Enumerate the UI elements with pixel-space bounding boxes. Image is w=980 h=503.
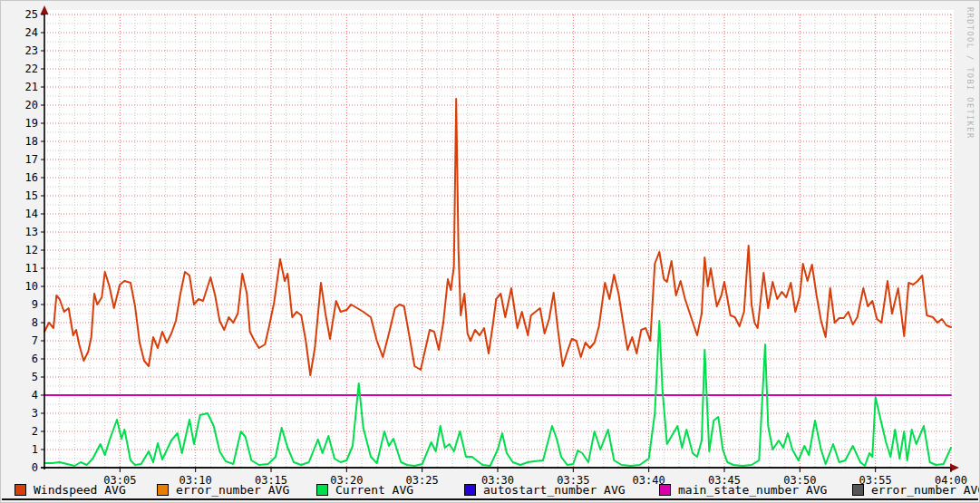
y-tick-label: 3 bbox=[32, 407, 38, 420]
legend-item-error-number-avg: error_number AVG bbox=[852, 482, 980, 497]
legend-swatch bbox=[464, 484, 476, 496]
legend-swatch bbox=[316, 484, 328, 496]
legend-item-windspeed-avg: Windspeed AVG bbox=[15, 482, 126, 497]
y-tick-label: 15 bbox=[25, 189, 38, 202]
y-tick-label: 13 bbox=[25, 226, 38, 238]
legend-item-main-state-number-avg: main_state_number AVG bbox=[659, 482, 827, 497]
y-tick-label: 7 bbox=[32, 334, 38, 347]
legend-item-current-avg: Current AVG bbox=[316, 482, 413, 497]
chart-canvas: 0123456789101112131415161718192021222324… bbox=[1, 1, 980, 503]
y-tick-label: 25 bbox=[25, 8, 38, 21]
y-tick-label: 19 bbox=[25, 117, 38, 130]
watermark-text: RRDTOOL / TOBI OETIKER bbox=[965, 7, 975, 140]
legend-item-error-number-avg: error_number AVG bbox=[157, 482, 289, 497]
legend-label: error_number AVG bbox=[176, 483, 289, 497]
y-tick-label: 10 bbox=[25, 280, 38, 293]
legend-swatch bbox=[852, 484, 864, 496]
y-tick-label: 11 bbox=[25, 262, 38, 275]
plot-area bbox=[44, 10, 954, 468]
y-tick-label: 14 bbox=[25, 208, 38, 220]
y-tick-label: 20 bbox=[25, 99, 38, 111]
y-tick-label: 12 bbox=[25, 244, 38, 256]
y-tick-label: 22 bbox=[25, 63, 38, 75]
y-tick-label: 4 bbox=[32, 389, 38, 401]
y-tick-label: 23 bbox=[25, 44, 38, 57]
y-tick-label: 16 bbox=[25, 171, 38, 184]
legend-swatch bbox=[659, 484, 671, 496]
y-tick-label: 21 bbox=[25, 81, 38, 93]
y-tick-label: 18 bbox=[25, 135, 38, 148]
rrd-graph: 0123456789101112131415161718192021222324… bbox=[0, 0, 980, 503]
legend-item-autostart-number-avg: autostart_number AVG bbox=[464, 482, 626, 497]
legend-swatch bbox=[15, 484, 26, 496]
bottom-border-bar bbox=[2, 498, 978, 500]
chart-legend: Windspeed AVGerror_number AVGCurrent AVG… bbox=[1, 482, 980, 498]
y-tick-label: 9 bbox=[32, 298, 38, 311]
y-tick-label: 17 bbox=[25, 153, 38, 166]
legend-label: error_number AVG bbox=[871, 483, 980, 497]
y-tick-label: 0 bbox=[32, 461, 38, 474]
y-tick-label: 8 bbox=[32, 316, 38, 329]
legend-label: Windspeed AVG bbox=[34, 483, 126, 497]
y-tick-label: 24 bbox=[25, 26, 38, 39]
y-tick-label: 6 bbox=[32, 353, 38, 365]
y-tick-label: 5 bbox=[32, 371, 38, 383]
legend-label: autostart_number AVG bbox=[483, 483, 626, 497]
legend-label: main_state_number AVG bbox=[678, 483, 827, 497]
y-tick-label: 2 bbox=[32, 425, 38, 438]
legend-swatch bbox=[157, 484, 169, 496]
y-tick-label: 1 bbox=[32, 443, 38, 456]
legend-label: Current AVG bbox=[335, 483, 413, 497]
